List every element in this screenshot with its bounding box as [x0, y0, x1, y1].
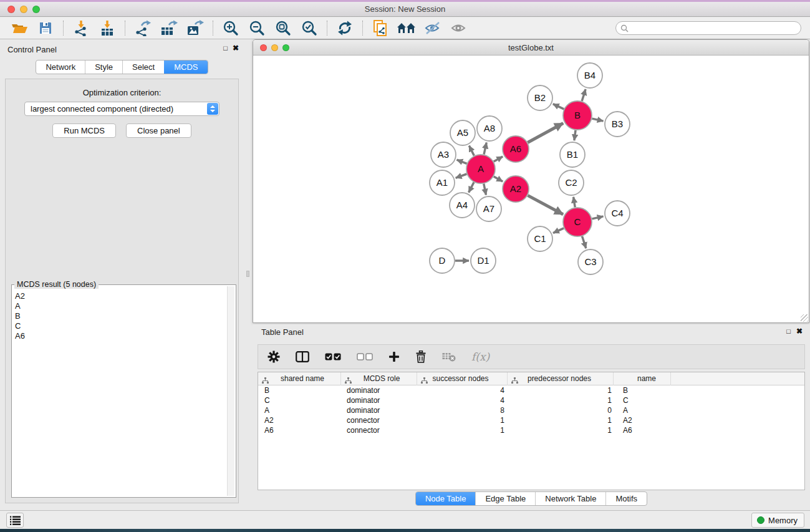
- graph-edge-B-B3[interactable]: [592, 118, 603, 121]
- maximize-network-icon[interactable]: [282, 44, 289, 51]
- zoom-in-icon[interactable]: [218, 19, 244, 37]
- first-neighbors-icon[interactable]: [393, 19, 420, 37]
- vertical-splitter[interactable]: [244, 40, 253, 510]
- network-window-title: testGlobe.txt: [253, 40, 809, 56]
- graph-edge-A-A2[interactable]: [494, 177, 503, 181]
- network-window-titlebar[interactable]: testGlobe.txt: [253, 40, 809, 56]
- column-header-name[interactable]: name: [614, 372, 671, 385]
- graph-edge-A6-B[interactable]: [528, 123, 563, 143]
- column-header-predecessor-nodes[interactable]: predecessor nodes: [508, 372, 614, 385]
- hide-selected-icon[interactable]: [420, 19, 446, 37]
- table-row[interactable]: Bdominator41B: [258, 385, 804, 395]
- delete-table-icon[interactable]: [442, 352, 456, 362]
- memory-button[interactable]: Memory: [751, 513, 804, 528]
- task-history-button[interactable]: [6, 513, 24, 528]
- minimize-window-icon[interactable]: [20, 6, 27, 13]
- zoom-selected-icon[interactable]: [296, 19, 322, 37]
- table-tab-motifs[interactable]: Motifs: [605, 492, 647, 505]
- graph-edge-C-C3[interactable]: [582, 236, 586, 248]
- float-panel-icon[interactable]: □: [223, 44, 228, 52]
- memory-status-icon: [757, 516, 764, 524]
- toolbar-separator: [63, 21, 64, 36]
- close-network-icon[interactable]: [260, 44, 267, 51]
- graph-edge-B-B4[interactable]: [582, 89, 586, 101]
- optimization-criterion-dropdown[interactable]: largest connected component (directed): [24, 102, 219, 116]
- function-builder-icon[interactable]: f(x): [471, 351, 489, 363]
- run-mcds-button[interactable]: Run MCDS: [52, 123, 116, 138]
- table-tab-network-table[interactable]: Network Table: [535, 492, 605, 505]
- zoom-fit-icon[interactable]: [270, 19, 296, 37]
- save-session-icon[interactable]: [32, 19, 59, 37]
- result-scrollbar[interactable]: [227, 286, 234, 496]
- export-table-icon[interactable]: [156, 19, 182, 37]
- import-table-icon[interactable]: [94, 19, 120, 37]
- close-panel-button[interactable]: Close panel: [126, 123, 191, 138]
- graph-edge-A-A5[interactable]: [469, 146, 474, 156]
- graph-edge-A-A4[interactable]: [469, 182, 474, 192]
- result-list-item[interactable]: A2: [13, 291, 226, 301]
- table-cell: A2: [614, 415, 671, 425]
- graph-edge-A-A7[interactable]: [484, 184, 486, 195]
- tab-network[interactable]: Network: [36, 60, 85, 74]
- table-tab-edge-table[interactable]: Edge Table: [475, 492, 535, 505]
- graph-edge-C-C4[interactable]: [592, 216, 603, 219]
- show-all-icon[interactable]: [446, 19, 472, 37]
- duplicate-network-icon[interactable]: [367, 19, 393, 37]
- control-panel-tabs: NetworkStyleSelectMCDS: [36, 60, 208, 74]
- refresh-icon[interactable]: [332, 19, 358, 37]
- table-row[interactable]: A2connector11A2: [258, 415, 804, 425]
- status-bar: Memory: [0, 510, 810, 529]
- tab-select[interactable]: Select: [122, 60, 164, 74]
- graph-edge-A-A3[interactable]: [457, 160, 467, 163]
- minimize-network-icon[interactable]: [271, 44, 278, 51]
- window-resize-grip[interactable]: [801, 314, 808, 322]
- table-row[interactable]: A6connector11A6: [258, 425, 804, 435]
- result-list-item[interactable]: C: [13, 321, 226, 331]
- table-tab-node-table[interactable]: Node Table: [416, 492, 476, 505]
- result-list-item[interactable]: A: [13, 301, 226, 311]
- tab-mcds[interactable]: MCDS: [164, 60, 207, 74]
- graph-node-label: C: [574, 216, 581, 227]
- close-table-panel-icon[interactable]: ✖: [796, 327, 803, 336]
- graph-edge-A-A8[interactable]: [484, 143, 486, 155]
- graph-edge-B-B1[interactable]: [574, 130, 576, 140]
- graph-edge-B-B2[interactable]: [553, 104, 564, 109]
- close-panel-icon[interactable]: ✖: [233, 44, 239, 52]
- select-all-rows-icon[interactable]: [325, 353, 341, 360]
- search-box[interactable]: [615, 21, 801, 35]
- table-cell: 4: [417, 395, 508, 405]
- deselect-all-rows-icon[interactable]: [357, 353, 373, 360]
- mcds-result-list[interactable]: A2ABCA6: [13, 291, 226, 496]
- show-columns-icon[interactable]: [296, 351, 309, 362]
- delete-column-trash-icon[interactable]: [415, 351, 427, 363]
- create-column-plus-icon[interactable]: [388, 351, 400, 362]
- result-list-item[interactable]: A6: [13, 331, 226, 341]
- column-header-shared-name[interactable]: shared name: [258, 372, 341, 385]
- tab-style[interactable]: Style: [85, 60, 122, 74]
- column-header-MCDS-role[interactable]: MCDS role: [341, 372, 417, 385]
- node-table[interactable]: shared nameMCDS rolesuccessor nodesprede…: [258, 372, 805, 490]
- search-input[interactable]: [632, 24, 796, 32]
- close-window-icon[interactable]: [7, 6, 15, 13]
- column-header-label: shared name: [264, 372, 340, 385]
- column-header-successor-nodes[interactable]: successor nodes: [417, 372, 508, 385]
- graph-edge-A-A1[interactable]: [456, 174, 467, 178]
- import-network-icon[interactable]: [68, 19, 94, 37]
- export-image-icon[interactable]: [182, 19, 208, 37]
- float-table-panel-icon[interactable]: □: [786, 327, 791, 335]
- network-canvas[interactable]: AA1A2A3A4A5A6A7A8BB1B2B3B4CC1C2C3C4DD1: [253, 56, 809, 322]
- graph-edge-C-C1[interactable]: [553, 228, 564, 233]
- zoom-out-icon[interactable]: [244, 19, 270, 37]
- maximize-window-icon[interactable]: [32, 6, 40, 13]
- open-session-icon[interactable]: [6, 19, 32, 37]
- table-row[interactable]: Cdominator41C: [258, 395, 804, 405]
- table-cell: A6: [258, 425, 341, 435]
- graph-edge-A-A6[interactable]: [494, 157, 503, 162]
- export-network-icon[interactable]: [130, 19, 156, 37]
- graph-edge-A2-C[interactable]: [528, 195, 563, 214]
- result-list-item[interactable]: B: [13, 311, 226, 321]
- window-title: Session: New Session: [0, 2, 810, 17]
- table-row[interactable]: Adominator80A: [258, 405, 804, 415]
- graph-edge-C-C2[interactable]: [574, 197, 576, 208]
- table-settings-gear-icon[interactable]: [268, 351, 280, 363]
